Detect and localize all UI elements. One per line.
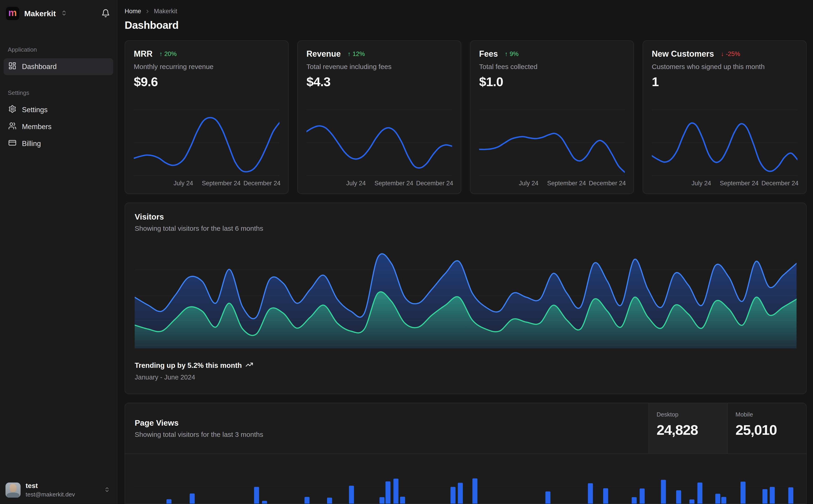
breadcrumb-current: Makerkit [154,8,177,15]
users-icon [8,122,16,132]
x-axis: July 24 September 24 December 24 [307,179,452,188]
main-content: Home Makerkit Dashboard MRR ↑ 20% Monthl… [117,0,813,504]
breadcrumb: Home Makerkit [125,8,807,15]
stat-value: $4.3 [307,74,452,89]
axis-tick: September 24 [374,180,413,187]
axis-tick: September 24 [202,180,241,187]
sidebar-item-billing[interactable]: Billing [4,135,113,152]
page-views-bar-chart [134,454,797,504]
stat-value: 24,828 [657,422,727,438]
page-views-title: Page Views [135,418,639,427]
stat-value: 1 [652,74,797,89]
mrr-sparkline-chart [134,109,280,177]
stat-value: 25,010 [736,422,806,438]
arrow-up-icon: ↑ [505,50,508,58]
trend-summary: Trending up by 5.2% this month [135,361,797,370]
toggle-mobile[interactable]: Mobile 25,010 [727,403,806,454]
chevron-right-icon [145,9,150,14]
stat-label: Desktop [657,411,727,418]
axis-tick: July 24 [346,180,366,187]
nav-section-application: Application [4,46,113,53]
trend-text: Trending up by 5.2% this month [135,361,242,370]
stat-card-new-customers: New Customers ↓ -25% Customers who signe… [643,40,807,194]
revenue-sparkline-chart [307,109,452,177]
avatar [5,483,21,498]
x-axis: July 24 September 24 December 24 [652,179,797,188]
makerkit-logo: m [6,7,19,20]
trend-badge: ↑ 12% [348,50,365,58]
sidebar-item-label: Members [22,123,51,131]
stat-title: New Customers [652,49,714,59]
workspace-selector[interactable]: m Makerkit [0,0,117,26]
axis-tick: December 24 [244,180,281,187]
page-title: Dashboard [125,19,807,31]
axis-tick: July 24 [173,180,193,187]
user-menu[interactable]: test test@makerkit.dev [0,476,117,504]
sidebar-item-label: Settings [22,106,48,114]
workspace-name: Makerkit [24,9,56,18]
stat-description: Total revenue including fees [307,63,452,71]
trending-up-icon [246,361,253,370]
arrow-up-icon: ↑ [348,50,351,58]
dashboard-icon [8,62,16,72]
stat-value: $9.6 [134,74,280,89]
user-name: test [26,482,75,490]
x-axis: July 24 September 24 December 24 [134,179,280,188]
trend-badge: ↑ 9% [505,50,519,58]
x-axis: July 24 September 24 December 24 [479,179,625,188]
visitors-panel: Visitors Showing total visitors for the … [125,203,807,394]
sidebar-item-label: Billing [22,140,41,148]
stat-description: Monthly recurring revenue [134,63,280,71]
stat-title: Fees [479,49,498,59]
sidebar-nav: Application Dashboard Settings Settings … [0,46,117,152]
stat-label: Mobile [736,411,806,418]
arrow-up-icon: ↑ [159,50,162,58]
visitors-area-chart [135,245,797,348]
trend-value: -25% [726,50,740,58]
stat-value: $1.0 [479,74,625,89]
stat-card-fees: Fees ↑ 9% Total fees collected $1.0 July… [470,40,634,194]
sidebar-item-settings[interactable]: Settings [4,101,113,118]
trend-value: 20% [164,50,176,58]
stat-cards-row: MRR ↑ 20% Monthly recurring revenue $9.6… [125,40,807,194]
page-views-subtitle: Showing total visitors for the last 3 mo… [135,431,639,438]
sidebar-item-dashboard[interactable]: Dashboard [4,58,113,75]
axis-tick: July 24 [519,180,538,187]
axis-tick: December 24 [589,180,626,187]
breadcrumb-home-link[interactable]: Home [125,8,141,15]
fees-sparkline-chart [479,109,625,177]
visitors-title: Visitors [135,212,797,221]
credit-card-icon [8,139,16,149]
logo-letter: m [8,8,17,18]
bell-icon [101,9,110,18]
trend-value: 12% [353,50,365,58]
sidebar-item-label: Dashboard [22,63,57,71]
nav-section-settings: Settings [4,89,113,96]
axis-tick: December 24 [416,180,453,187]
stat-card-revenue: Revenue ↑ 12% Total revenue including fe… [297,40,461,194]
stat-description: Total fees collected [479,63,625,71]
gear-icon [8,105,16,115]
arrow-down-icon: ↓ [721,50,724,58]
stat-description: Customers who signed up this month [652,63,797,71]
axis-tick: December 24 [762,180,799,187]
chevrons-up-down-icon [61,10,67,17]
trend-badge: ↓ -25% [721,50,740,58]
toggle-desktop[interactable]: Desktop 24,828 [648,403,727,454]
customers-sparkline-chart [652,109,797,177]
date-range: January - June 2024 [135,374,797,381]
page-views-panel: Page Views Showing total visitors for th… [125,403,807,504]
stat-card-mrr: MRR ↑ 20% Monthly recurring revenue $9.6… [125,40,289,194]
axis-tick: July 24 [692,180,711,187]
user-email: test@makerkit.dev [26,491,75,498]
chevrons-up-down-icon [104,487,110,493]
trend-value: 9% [510,50,519,58]
axis-tick: September 24 [720,180,759,187]
visitors-subtitle: Showing total visitors for the last 6 mo… [135,225,797,232]
stat-title: MRR [134,49,152,59]
trend-badge: ↑ 20% [159,50,177,58]
sidebar-item-members[interactable]: Members [4,118,113,135]
notifications-button[interactable] [101,9,110,18]
stat-title: Revenue [307,49,341,59]
sidebar: m Makerkit Application Dashboard Setting… [0,0,117,504]
